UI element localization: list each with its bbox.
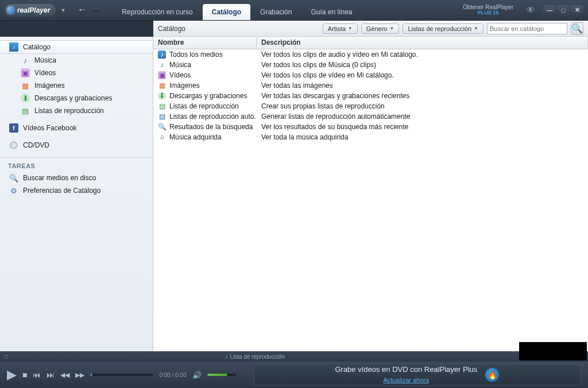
sidebar-item-playlists[interactable]: ▤ Listas de reproducción — [0, 104, 153, 117]
app-menu-dropdown[interactable]: ▼ — [60, 7, 65, 13]
image-icon: ▦ — [21, 81, 30, 90]
tab-catalog[interactable]: Catálogo — [203, 4, 250, 20]
sidebar-item-videos[interactable]: ▣ Vídeos — [0, 67, 153, 79]
rewind-button[interactable]: ◀◀ — [60, 371, 69, 379]
nav-arrows: ← → — [77, 4, 101, 16]
app-name: realPlayer — [17, 6, 50, 14]
fastforward-button[interactable]: ▶▶ — [75, 371, 84, 379]
black-overlay — [519, 342, 587, 360]
video-icon: ▣ — [21, 68, 30, 77]
table-body: ♪Todos los mediosVer todos los clips de … — [153, 49, 588, 351]
content-area: Nombre Descripción ♪Todos los mediosVer … — [153, 37, 588, 351]
image-icon: ▦ — [158, 82, 166, 90]
tab-online-guide[interactable]: Guía en línea — [301, 4, 361, 20]
catalog-icon: ♪ — [9, 42, 18, 52]
search-input[interactable] — [487, 23, 567, 34]
facebook-icon: f — [9, 123, 18, 133]
back-button[interactable]: ← — [77, 4, 87, 16]
main-tabs: Reproducción en curso Catálogo Grabación… — [113, 0, 461, 20]
sidebar-item-facebook[interactable]: f Vídeos Facebook — [0, 122, 153, 134]
playlist-icon: ♪ — [225, 354, 227, 360]
search-icon: 🔍 — [571, 23, 583, 34]
mini-toggle-icon[interactable]: □ — [5, 354, 8, 360]
all-media-icon: ♪ — [158, 51, 166, 59]
video-icon: ▣ — [158, 71, 166, 79]
play-button[interactable]: ▶ — [7, 367, 17, 382]
search-results-icon: 🔍 — [158, 123, 166, 131]
minimize-button[interactable]: — — [543, 5, 556, 15]
sidebar-item-downloads[interactable]: ⬇ Descargas y grabaciones — [0, 92, 153, 104]
sidebar-item-label: Música — [34, 56, 56, 64]
maximize-button[interactable]: □ — [557, 5, 570, 15]
volume-slider[interactable] — [207, 374, 236, 376]
player-bar: ▶ ■ ⏮ ⏭ ◀◀ ▶▶ 0:00 / 0:00 🔊 Grabe vídeos… — [0, 362, 588, 388]
window-controls: — □ ✕ — [543, 5, 583, 15]
breadcrumb: Catálogo — [158, 25, 319, 33]
sidebar-item-music[interactable]: ♪ Música — [0, 54, 153, 67]
table-row[interactable]: ▣VídeosVer todos los clips de vídeo en M… — [153, 70, 588, 80]
table-row[interactable]: ▦ImágenesVer todas las imágenes — [153, 80, 588, 91]
sidebar-item-label: Vídeos — [34, 69, 56, 77]
playlist-icon: ▤ — [158, 102, 166, 110]
upgrade-plus-text: PLUS 15 — [463, 10, 513, 16]
filter-artist[interactable]: Artista▼ — [323, 24, 358, 34]
upgrade-link[interactable]: Obtener RealPlayer PLUS 15 — [463, 4, 513, 16]
task-preferences[interactable]: ⚙ Preferencias de Catálogo — [0, 184, 153, 197]
time-display: 0:00 / 0:00 — [159, 372, 186, 378]
playlist-icon: ▤ — [21, 106, 30, 115]
table-row[interactable]: ♪Todos los mediosVer todos los clips de … — [153, 49, 588, 60]
table-headers: Nombre Descripción — [153, 37, 588, 49]
app-logo[interactable]: realPlayer — [5, 4, 56, 17]
download-icon: ⬇ — [158, 92, 166, 100]
table-row[interactable]: ⬇Descargas y grabacionesVer todas las de… — [153, 91, 588, 101]
playlist-label[interactable]: Lista de reproducción — [230, 354, 285, 360]
task-label: Preferencias de Catálogo — [23, 187, 100, 195]
sidebar-item-label: Listas de reproducción — [34, 107, 104, 115]
download-icon: ⬇ — [21, 94, 30, 103]
visibility-icon[interactable]: 👁 — [526, 5, 535, 15]
filter-genre[interactable]: Género▼ — [361, 24, 400, 34]
flame-icon[interactable]: 🔥 — [485, 368, 499, 382]
column-desc-header[interactable]: Descripción — [257, 37, 588, 49]
titlebar: realPlayer ▼ ← → Reproducción en curso C… — [0, 0, 588, 21]
table-row[interactable]: ♪MúsicaVer todos los clips de Música (0 … — [153, 60, 588, 70]
table-row[interactable]: 🔍Resultados de la búsquedaVer los result… — [153, 122, 588, 132]
preferences-icon: ⚙ — [9, 186, 18, 195]
sidebar-item-cddvd[interactable]: CD/DVD — [0, 139, 153, 152]
next-button[interactable]: ⏭ — [47, 370, 55, 379]
column-name-header[interactable]: Nombre — [153, 37, 257, 49]
seek-slider[interactable] — [90, 374, 153, 376]
sidebar-item-label: Imágenes — [34, 82, 65, 90]
sidebar-item-images[interactable]: ▦ Imágenes — [0, 79, 153, 92]
sidebar: ♪ Catálogo ♪ Música ▣ Vídeos ▦ Imágenes … — [0, 37, 153, 351]
tab-now-playing[interactable]: Reproducción en curso — [113, 4, 202, 20]
disc-icon — [9, 141, 18, 150]
catalog-toolbar: Catálogo Artista▼ Género▼ Listas de repr… — [153, 21, 588, 37]
chevron-down-icon: ▼ — [389, 26, 394, 31]
chevron-down-icon: ▼ — [474, 26, 478, 31]
chevron-down-icon: ▼ — [348, 26, 353, 31]
music-icon: ♪ — [158, 61, 166, 69]
table-row[interactable]: ▤Listas de reproducción auto...Generar l… — [153, 111, 588, 122]
sidebar-item-label: CD/DVD — [23, 141, 49, 149]
sidebar-item-catalog[interactable]: ♪ Catálogo — [0, 40, 153, 54]
tab-recording[interactable]: Grabación — [251, 4, 301, 20]
table-row[interactable]: ▤Listas de reproducciónCrear sus propias… — [153, 101, 588, 111]
promo-panel: Grabe vídeos en DVD con RealPlayer Plus … — [253, 364, 581, 386]
autoplaylist-icon: ▤ — [158, 112, 166, 121]
purchased-icon: ♫ — [158, 133, 166, 141]
volume-icon[interactable]: 🔊 — [192, 371, 202, 379]
promo-link[interactable]: Actualizar ahora — [384, 377, 430, 383]
stop-button[interactable]: ■ — [22, 370, 27, 379]
task-label: Buscar medios en disco — [23, 174, 96, 182]
sidebar-item-label: Vídeos Facebook — [23, 124, 76, 132]
search-disk-icon: 🔍 — [9, 173, 18, 183]
table-row[interactable]: ♫Música adquiridaVer toda la música adqu… — [153, 132, 588, 142]
filter-playlists[interactable]: Listas de reproducción▼ — [403, 24, 483, 34]
close-button[interactable]: ✕ — [571, 5, 583, 15]
music-icon: ♪ — [21, 56, 30, 65]
prev-button[interactable]: ⏮ — [33, 370, 41, 379]
promo-title: Grabe vídeos en DVD con RealPlayer Plus — [335, 365, 477, 374]
search-button[interactable]: 🔍 — [571, 22, 583, 35]
task-search-disk[interactable]: 🔍 Buscar medios en disco — [0, 172, 153, 184]
